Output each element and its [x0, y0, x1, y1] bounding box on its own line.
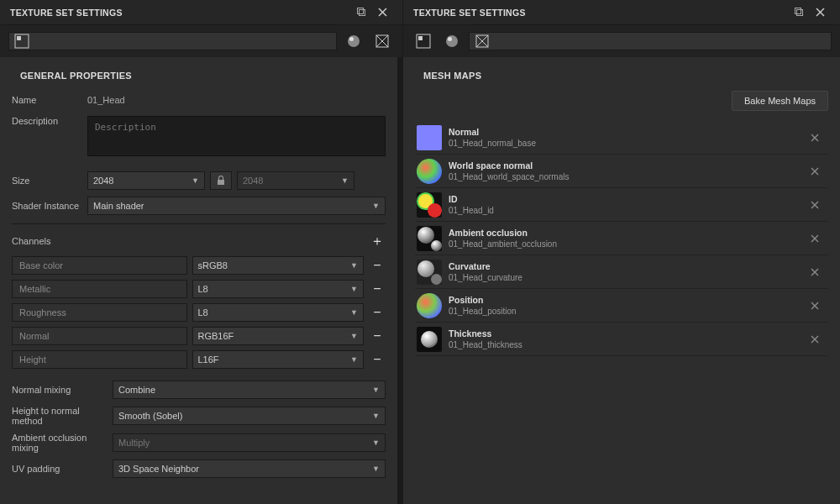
- mesh-map-row[interactable]: ID01_Head_id: [415, 188, 828, 222]
- normal-mixing-select[interactable]: Combine▼: [113, 381, 386, 399]
- svg-rect-17: [418, 36, 423, 40]
- map-file: 01_Head_position: [449, 307, 806, 316]
- scrollbar[interactable]: [397, 57, 402, 504]
- bake-mesh-maps-button[interactable]: Bake Mesh Maps: [732, 91, 828, 111]
- close-icon[interactable]: [372, 3, 392, 23]
- channel-format-select[interactable]: RGB16F▼: [192, 327, 365, 345]
- remove-map-button[interactable]: [806, 129, 823, 146]
- panel-title: TEXTURE SET SETTINGS: [10, 8, 352, 18]
- ao-mixing-label: Ambient occlusion mixing: [12, 433, 113, 453]
- svg-point-18: [446, 35, 458, 47]
- mesh-map-row[interactable]: World space normal01_Head_world_space_no…: [415, 155, 828, 188]
- channel-name[interactable]: Base color: [12, 256, 187, 275]
- map-thumbnail-icon: [417, 125, 442, 150]
- channel-format-select[interactable]: L16F▼: [192, 350, 365, 369]
- remove-map-button[interactable]: [806, 230, 823, 247]
- channel-row: Base colorsRGB8▼−: [12, 256, 386, 275]
- ao-mixing-select[interactable]: Multiply▼: [113, 433, 386, 452]
- map-name: World space normal: [449, 160, 806, 171]
- undock-icon[interactable]: [352, 3, 372, 23]
- size-width-select[interactable]: 2048▼: [87, 171, 205, 190]
- map-name: Curvature: [449, 261, 806, 271]
- panel-topbar: TEXTURE SET SETTINGS: [0, 0, 402, 25]
- map-thumbnail-icon: [417, 293, 442, 318]
- undock-icon[interactable]: [790, 3, 810, 23]
- map-name: Ambient occlusion: [449, 228, 806, 238]
- remove-channel-button[interactable]: −: [369, 257, 386, 274]
- remove-channel-button[interactable]: −: [369, 304, 386, 321]
- shader-select[interactable]: Main shader▼: [87, 197, 386, 215]
- svg-rect-12: [797, 9, 803, 15]
- name-label: Name: [12, 95, 87, 105]
- channels-label: Channels: [12, 236, 50, 246]
- mesh-map-row[interactable]: Normal01_Head_normal_base: [415, 121, 828, 155]
- map-file: 01_Head_curvature: [449, 273, 806, 282]
- chevron-down-icon: ▼: [372, 386, 380, 394]
- chevron-down-icon: ▼: [350, 308, 358, 317]
- map-name: Position: [449, 295, 806, 305]
- channel-name[interactable]: Height: [12, 350, 187, 369]
- mode-box-icon[interactable]: [370, 29, 394, 53]
- mode-material-icon[interactable]: [412, 29, 435, 53]
- map-text: World space normal01_Head_world_space_no…: [449, 160, 806, 181]
- channel-row: NormalRGB16F▼−: [12, 327, 386, 345]
- map-thumbnail-icon: [417, 159, 442, 184]
- uv-padding-label: UV padding: [12, 464, 113, 474]
- chevron-down-icon: ▼: [372, 438, 380, 447]
- remove-map-button[interactable]: [806, 197, 823, 213]
- chevron-down-icon: ▼: [192, 176, 199, 185]
- chevron-down-icon: ▼: [350, 285, 358, 293]
- map-text: ID01_Head_id: [449, 194, 806, 215]
- channel-format-select[interactable]: sRGB8▼: [192, 256, 365, 275]
- description-input[interactable]: [87, 116, 386, 156]
- map-text: Ambient occlusion01_Head_ambient_occlusi…: [449, 228, 806, 249]
- map-file: 01_Head_world_space_normals: [449, 172, 806, 181]
- channel-format-select[interactable]: L8▼: [192, 280, 365, 298]
- remove-map-button[interactable]: [806, 297, 823, 314]
- mesh-map-row[interactable]: Curvature01_Head_curvature: [415, 255, 828, 289]
- size-height-select[interactable]: 2048▼: [237, 171, 354, 190]
- chevron-down-icon: ▼: [341, 176, 349, 185]
- add-channel-button[interactable]: ＋: [369, 233, 386, 249]
- svg-rect-0: [360, 9, 365, 15]
- map-thumbnail-icon: [417, 260, 442, 285]
- remove-map-button[interactable]: [806, 264, 823, 281]
- chevron-down-icon: ▼: [350, 261, 358, 270]
- size-label: Size: [12, 176, 87, 186]
- mode-sphere-icon[interactable]: [342, 29, 365, 53]
- map-text: Position01_Head_position: [449, 295, 806, 316]
- size-lock-button[interactable]: [210, 171, 232, 190]
- section-general-properties: GENERAL PROPERTIES: [20, 71, 386, 81]
- chevron-down-icon: ▼: [350, 332, 358, 340]
- mode-sphere-icon[interactable]: [440, 29, 464, 53]
- mesh-map-row[interactable]: Thickness01_Head_thickness: [415, 323, 828, 356]
- map-file: 01_Head_normal_base: [449, 139, 806, 148]
- channel-name[interactable]: Roughness: [12, 303, 187, 322]
- channel-name[interactable]: Metallic: [12, 280, 187, 298]
- map-thumbnail-icon: [417, 327, 442, 352]
- mode-material-icon[interactable]: [8, 32, 337, 50]
- remove-map-button[interactable]: [806, 331, 823, 348]
- channel-name[interactable]: Normal: [12, 327, 187, 345]
- svg-rect-5: [17, 36, 21, 40]
- mode-toolbar: [0, 25, 402, 57]
- mesh-map-row[interactable]: Position01_Head_position: [415, 289, 828, 323]
- map-file: 01_Head_thickness: [449, 340, 806, 349]
- svg-point-19: [448, 37, 452, 41]
- height-to-normal-select[interactable]: Smooth (Sobel)▼: [113, 407, 386, 425]
- mode-box-icon[interactable]: [469, 32, 832, 50]
- panel-topbar: TEXTURE SET SETTINGS: [403, 0, 840, 25]
- remove-map-button[interactable]: [806, 163, 823, 180]
- remove-channel-button[interactable]: −: [369, 328, 386, 344]
- channel-row: HeightL16F▼−: [12, 350, 386, 369]
- mesh-map-row[interactable]: Ambient occlusion01_Head_ambient_occlusi…: [415, 222, 828, 255]
- channel-format-select[interactable]: L8▼: [192, 303, 365, 322]
- map-text: Curvature01_Head_curvature: [449, 261, 806, 282]
- close-icon[interactable]: [810, 3, 830, 23]
- description-label: Description: [12, 116, 87, 126]
- remove-channel-button[interactable]: −: [369, 351, 386, 368]
- svg-rect-11: [218, 180, 224, 185]
- map-name: Thickness: [449, 328, 806, 339]
- remove-channel-button[interactable]: −: [369, 281, 386, 297]
- uv-padding-select[interactable]: 3D Space Neighbor▼: [113, 459, 386, 478]
